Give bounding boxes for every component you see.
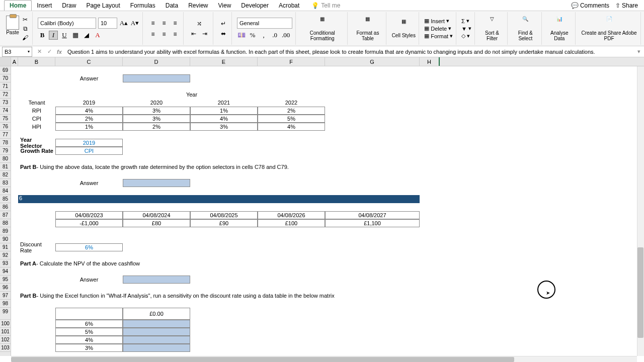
borders-button[interactable]: ▦: [71, 31, 80, 40]
orientation-icon[interactable]: ⤭: [194, 19, 204, 29]
name-box[interactable]: B3▾: [2, 47, 32, 57]
cell[interactable]: 2%: [258, 107, 325, 115]
align-bottom-icon[interactable]: ≡: [170, 18, 180, 28]
italic-button[interactable]: I: [49, 31, 58, 40]
share-button[interactable]: ⇧Share: [615, 2, 638, 9]
row-header[interactable]: 91: [0, 243, 11, 251]
row-header[interactable]: 87: [0, 211, 11, 219]
row-header[interactable]: 95: [0, 276, 11, 284]
cell[interactable]: £90: [190, 219, 258, 227]
row-header[interactable]: 88: [0, 219, 11, 227]
row-header[interactable]: 77: [0, 131, 11, 139]
cell[interactable]: 1%: [55, 123, 123, 131]
row-header[interactable]: 89: [0, 227, 11, 235]
cell[interactable]: [123, 328, 190, 336]
cell[interactable]: 2020: [123, 99, 190, 107]
col-header-g[interactable]: G: [325, 57, 420, 66]
row-header[interactable]: 72: [0, 90, 11, 99]
row-header[interactable]: 82: [0, 171, 11, 179]
fx-icon[interactable]: fx: [54, 49, 64, 55]
align-right-icon[interactable]: ≡: [170, 29, 180, 39]
cell[interactable]: 4%: [55, 107, 123, 115]
paste-button[interactable]: Paste: [6, 16, 19, 42]
cell[interactable]: 04/08/2025: [190, 211, 258, 219]
tab-acrobat[interactable]: Acrobat: [274, 1, 304, 11]
answer-cell[interactable]: [123, 179, 190, 187]
cell[interactable]: CPI: [18, 115, 55, 123]
comments-button[interactable]: 💬Comments: [571, 2, 609, 9]
row-header[interactable]: 75: [0, 115, 11, 123]
accounting-icon[interactable]: 💷: [237, 31, 246, 40]
worksheet-cells[interactable]: Answer Year Tenant2019202020212022 RPI4%…: [11, 66, 644, 356]
cell-styles-button[interactable]: ▦Cell Styles: [391, 19, 416, 38]
cut-icon[interactable]: ✂: [21, 16, 29, 24]
row-header[interactable]: 80: [0, 155, 11, 163]
formula-input[interactable]: Question 1 aims to understand your abili…: [64, 49, 634, 55]
tab-data[interactable]: Data: [160, 1, 183, 11]
tell-me[interactable]: 💡Tell me: [311, 2, 340, 9]
answer-cell[interactable]: [123, 276, 190, 284]
cell[interactable]: 3%: [55, 344, 123, 352]
tab-review[interactable]: Review: [183, 1, 213, 11]
autosum-button[interactable]: Σ▾: [461, 18, 471, 24]
decrease-decimal-icon[interactable]: .00: [281, 31, 290, 40]
cell[interactable]: 5%: [55, 328, 123, 336]
cell[interactable]: 3%: [123, 107, 190, 115]
cell[interactable]: £100: [258, 219, 325, 227]
tab-draw[interactable]: Draw: [57, 1, 81, 11]
cell[interactable]: 1%: [190, 107, 258, 115]
adobe-pdf-button[interactable]: 📄Create and Share Adobe PDF: [581, 16, 637, 41]
row-header[interactable]: 86: [0, 203, 11, 211]
cell[interactable]: £80: [123, 219, 190, 227]
row-header[interactable]: 71: [0, 82, 11, 90]
cell[interactable]: 4%: [55, 336, 123, 344]
copy-icon[interactable]: ⧉: [21, 25, 29, 33]
conditional-formatting-button[interactable]: ▦Conditional Formatting: [301, 16, 344, 41]
col-header-a[interactable]: A: [11, 57, 18, 66]
cell[interactable]: 5%: [258, 115, 325, 123]
cell[interactable]: 04/08/2027: [325, 211, 420, 219]
cell[interactable]: [123, 344, 190, 352]
row-header[interactable]: 81: [0, 163, 11, 171]
cell[interactable]: 04/08/2023: [55, 211, 123, 219]
number-format-select[interactable]: [237, 18, 292, 29]
increase-font-icon[interactable]: A▴: [119, 19, 128, 28]
tab-view[interactable]: View: [213, 1, 236, 11]
format-cells-button[interactable]: ▦Format ▾: [424, 33, 453, 39]
cell[interactable]: [123, 336, 190, 344]
col-header-d[interactable]: D: [123, 57, 190, 66]
increase-indent-icon[interactable]: ⇥: [200, 29, 210, 39]
cell[interactable]: [55, 308, 123, 320]
col-header-e[interactable]: E: [190, 57, 258, 66]
decrease-indent-icon[interactable]: ⇤: [189, 29, 199, 39]
align-top-icon[interactable]: ≡: [148, 18, 158, 28]
col-header-c[interactable]: C: [55, 57, 123, 66]
bold-button[interactable]: B: [38, 31, 47, 40]
find-select-button[interactable]: 🔍Find & Select: [513, 16, 538, 41]
tab-home[interactable]: Home: [4, 0, 32, 11]
fill-color-button[interactable]: ◢: [82, 31, 91, 40]
horizontal-scrollbar[interactable]: [11, 356, 637, 362]
cell[interactable]: 2022: [258, 99, 325, 107]
fill-button[interactable]: ▼▾: [461, 25, 471, 32]
row-header[interactable]: 78: [0, 139, 11, 147]
cell[interactable]: [123, 320, 190, 328]
row-header[interactable]: 79: [0, 147, 11, 155]
font-name-select[interactable]: [38, 18, 96, 29]
row-header[interactable]: 103: [0, 344, 11, 352]
align-left-icon[interactable]: ≡: [148, 29, 158, 39]
percent-icon[interactable]: %: [248, 31, 257, 40]
col-header-h[interactable]: H: [420, 57, 440, 66]
format-as-table-button[interactable]: ▦Format as Table: [353, 16, 383, 41]
merge-icon[interactable]: ⬌: [218, 29, 228, 39]
clear-button[interactable]: ◇▾: [461, 33, 471, 39]
row-header[interactable]: 90: [0, 235, 11, 243]
row-header[interactable]: 100: [0, 320, 11, 328]
row-header[interactable]: 102: [0, 336, 11, 344]
cancel-formula-icon[interactable]: ✕: [34, 48, 44, 55]
align-middle-icon[interactable]: ≡: [159, 18, 169, 28]
cell[interactable]: 2019: [55, 99, 123, 107]
row-header[interactable]: 74: [0, 107, 11, 115]
row-header[interactable]: 96: [0, 284, 11, 292]
decrease-font-icon[interactable]: A▾: [130, 19, 139, 28]
